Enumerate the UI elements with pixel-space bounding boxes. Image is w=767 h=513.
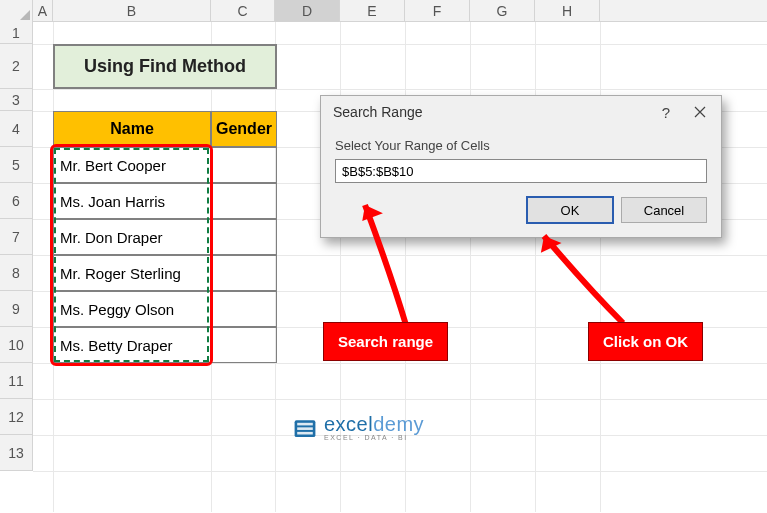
close-button[interactable] [683, 98, 717, 126]
table-header-name[interactable]: Name [53, 111, 211, 147]
cell-c5[interactable] [211, 147, 277, 183]
col-header-g[interactable]: G [470, 0, 535, 22]
cell-b10[interactable]: Ms. Betty Draper [53, 327, 211, 363]
arrow-to-ok-button [538, 228, 638, 328]
logo-text-main: exceldemy [324, 414, 424, 434]
col-header-h[interactable]: H [535, 0, 600, 22]
col-header-a[interactable]: A [33, 0, 53, 22]
help-button[interactable]: ? [649, 98, 683, 126]
col-header-b[interactable]: B [53, 0, 211, 22]
svg-rect-5 [297, 431, 313, 434]
column-header-row: A B C D E F G H [0, 0, 767, 22]
row-header-8[interactable]: 8 [0, 255, 33, 291]
row-header-10[interactable]: 10 [0, 327, 33, 363]
col-header-f[interactable]: F [405, 0, 470, 22]
row-header-1[interactable]: 1 [0, 22, 33, 44]
exceldemy-logo: exceldemy EXCEL · DATA · BI [292, 414, 424, 441]
table-header-gender[interactable]: Gender [211, 111, 277, 147]
cell-b8[interactable]: Mr. Roger Sterling [53, 255, 211, 291]
cell-b6[interactable]: Ms. Joan Harris [53, 183, 211, 219]
dialog-title: Search Range [333, 104, 649, 120]
cancel-button[interactable]: Cancel [621, 197, 707, 223]
row-header-11[interactable]: 11 [0, 363, 33, 399]
dialog-titlebar[interactable]: Search Range ? [321, 96, 721, 128]
col-header-e[interactable]: E [340, 0, 405, 22]
row-header-column: 1 2 3 4 5 6 7 8 9 10 11 12 13 [0, 22, 33, 471]
ok-button[interactable]: OK [527, 197, 613, 223]
col-header-d[interactable]: D [275, 0, 340, 22]
callout-search-range: Search range [323, 322, 448, 361]
page-title: Using Find Method [53, 44, 277, 89]
range-input[interactable] [335, 159, 707, 183]
cell-b5[interactable]: Mr. Bert Cooper [53, 147, 211, 183]
svg-rect-4 [297, 427, 313, 430]
select-all-corner[interactable] [0, 0, 33, 22]
close-icon [694, 106, 706, 118]
row-header-7[interactable]: 7 [0, 219, 33, 255]
cell-b9[interactable]: Ms. Peggy Olson [53, 291, 211, 327]
arrow-to-range-input [361, 195, 421, 330]
row-header-13[interactable]: 13 [0, 435, 33, 471]
row-header-9[interactable]: 9 [0, 291, 33, 327]
logo-icon [292, 415, 318, 441]
row-header-5[interactable]: 5 [0, 147, 33, 183]
row-header-4[interactable]: 4 [0, 111, 33, 147]
col-header-c[interactable]: C [211, 0, 275, 22]
callout-click-ok: Click on OK [588, 322, 703, 361]
cell-b7[interactable]: Mr. Don Draper [53, 219, 211, 255]
row-header-2[interactable]: 2 [0, 44, 33, 89]
row-header-3[interactable]: 3 [0, 89, 33, 111]
dialog-instruction-label: Select Your Range of Cells [335, 138, 707, 153]
cell-c10[interactable] [211, 327, 277, 363]
cell-c8[interactable] [211, 255, 277, 291]
cell-c6[interactable] [211, 183, 277, 219]
svg-rect-3 [297, 422, 313, 425]
cell-c7[interactable] [211, 219, 277, 255]
row-header-6[interactable]: 6 [0, 183, 33, 219]
row-header-12[interactable]: 12 [0, 399, 33, 435]
logo-text-sub: EXCEL · DATA · BI [324, 434, 424, 441]
cell-c9[interactable] [211, 291, 277, 327]
